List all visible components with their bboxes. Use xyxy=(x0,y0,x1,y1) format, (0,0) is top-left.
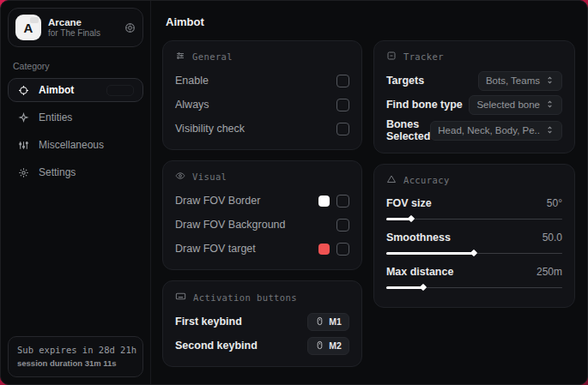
subscription-card: Sub expires in 28d 21h session duration … xyxy=(8,336,143,377)
card-title: Tracker xyxy=(403,51,444,62)
setting-row: Targets Bots, Teams xyxy=(386,70,562,91)
accuracy-card: Accuracy FOV size 50° xyxy=(373,164,575,308)
fov-target-color-swatch[interactable] xyxy=(318,244,330,255)
eye-icon xyxy=(175,171,185,183)
enable-checkbox[interactable] xyxy=(336,75,349,87)
setting-row: Draw FOV Border xyxy=(175,190,349,211)
bones-selected-dropdown[interactable]: Head, Neck, Body, Pe.. xyxy=(430,121,562,141)
setting-row: Enable xyxy=(175,70,349,91)
sub-expiry-text: Sub expires in 28d 21h xyxy=(17,344,134,358)
fov-border-color-swatch[interactable] xyxy=(318,196,330,207)
sidebar-item-label: Miscellaneous xyxy=(39,139,104,151)
dropdown-value: Bots, Teams xyxy=(486,75,540,86)
slider-handle[interactable] xyxy=(386,252,475,255)
setting-label: Targets xyxy=(386,75,424,87)
app-name: Arcane xyxy=(48,16,118,28)
setting-label: Find bone type xyxy=(386,99,463,111)
always-checkbox[interactable] xyxy=(336,99,349,111)
ghost-keybind-slot xyxy=(106,85,134,96)
setting-label: Max distance xyxy=(386,266,454,278)
setting-label: Smoothness xyxy=(386,232,451,244)
app-subtitle: for The Finals xyxy=(48,28,118,39)
setting-label: Draw FOV Border xyxy=(175,195,260,207)
crosshair-icon xyxy=(17,85,30,96)
setting-label: Draw FOV Background xyxy=(175,219,286,231)
setting-label: FOV size xyxy=(386,197,432,209)
app-logo: A xyxy=(15,15,41,40)
card-title: Visual xyxy=(192,171,227,182)
setting-row: First keybind M1 xyxy=(175,311,349,332)
session-duration-text: session duration 31m 11s xyxy=(17,358,134,370)
smoothness-value: 50.0 xyxy=(543,232,562,244)
setting-label: Second keybind xyxy=(175,340,258,352)
setting-label: Visibility check xyxy=(175,123,245,135)
keybind-value: M2 xyxy=(329,340,342,351)
setting-label: Enable xyxy=(175,75,209,87)
tracker-card: Tracker Targets Bots, Teams xyxy=(373,40,575,153)
setting-row: Second keybind M2 xyxy=(175,335,349,356)
app-meta: Arcane for The Finals xyxy=(48,16,118,39)
slider-handle[interactable] xyxy=(386,286,423,289)
fov-size-slider[interactable] xyxy=(386,214,562,223)
setting-row: Bones Selected Head, Neck, Body, Pe.. xyxy=(386,118,562,142)
slider-row: FOV size 50° xyxy=(386,194,562,223)
dropdown-value: Head, Neck, Body, Pe.. xyxy=(438,125,540,135)
sparkle-icon xyxy=(17,112,30,123)
sidebar-item-settings[interactable]: Settings xyxy=(8,160,143,184)
setting-label: Bones Selected xyxy=(386,118,430,142)
main-content: Aimbot General Enable xyxy=(151,1,587,384)
visibility-check-checkbox[interactable] xyxy=(336,123,349,135)
fov-size-value: 50° xyxy=(547,197,562,209)
second-keybind-button[interactable]: M2 xyxy=(307,337,349,355)
setting-row: Always xyxy=(175,94,349,115)
card-title: General xyxy=(192,51,233,62)
setting-row: Visibility check xyxy=(175,118,349,139)
app-window: A Arcane for The Finals Category xyxy=(0,0,588,385)
setting-label: Always xyxy=(175,99,209,111)
chevrons-up-down-icon xyxy=(545,75,555,87)
slider-handle[interactable] xyxy=(386,218,411,220)
page-title: Aimbot xyxy=(166,15,575,28)
keyboard-icon xyxy=(175,291,186,304)
sidebar-item-label: Settings xyxy=(39,166,76,178)
sidebar: A Arcane for The Finals Category xyxy=(1,1,151,384)
scan-box-icon xyxy=(386,51,397,63)
category-label: Category xyxy=(13,61,143,71)
app-logo-letter: A xyxy=(24,21,33,35)
general-card: General Enable Always Visibility check xyxy=(162,40,362,150)
first-keybind-button[interactable]: M1 xyxy=(307,313,349,331)
sidebar-item-label: Entities xyxy=(39,111,72,123)
sliders-horizontal-icon xyxy=(175,51,185,63)
lifebuoy-icon[interactable] xyxy=(124,22,136,33)
setting-row: Draw FOV target xyxy=(175,238,349,259)
triangle-icon xyxy=(386,174,397,186)
setting-label: First keybind xyxy=(175,316,242,328)
fov-background-checkbox[interactable] xyxy=(336,219,349,232)
slider-row: Smoothness 50.0 xyxy=(386,228,562,257)
find-bone-type-dropdown[interactable]: Selected bone xyxy=(469,95,562,115)
keybind-value: M1 xyxy=(329,316,342,327)
max-distance-value: 250m xyxy=(536,266,562,278)
sidebar-item-miscellaneous[interactable]: Miscellaneous xyxy=(8,133,143,157)
mouse-icon xyxy=(315,316,324,328)
visual-card: Visual Draw FOV Border Draw FOV Backgrou… xyxy=(162,160,362,270)
sidebar-item-entities[interactable]: Entities xyxy=(8,105,143,129)
mouse-icon xyxy=(315,340,324,352)
targets-dropdown[interactable]: Bots, Teams xyxy=(478,71,562,91)
max-distance-slider[interactable] xyxy=(386,283,562,292)
dropdown-value: Selected bone xyxy=(476,99,540,110)
fov-border-checkbox[interactable] xyxy=(336,195,349,208)
app-header-card: A Arcane for The Finals xyxy=(8,8,143,47)
card-title: Activation buttons xyxy=(193,292,297,303)
slider-row: Max distance 250m xyxy=(386,262,562,292)
fov-target-checkbox[interactable] xyxy=(336,243,349,256)
chevrons-up-down-icon xyxy=(545,99,555,111)
sidebar-item-label: Aimbot xyxy=(39,84,74,96)
chevrons-up-down-icon xyxy=(545,125,555,136)
sidebar-item-aimbot[interactable]: Aimbot xyxy=(8,78,143,102)
sliders-vertical-icon xyxy=(17,140,30,151)
sidebar-nav: Aimbot Entities Miscellaneou xyxy=(8,78,143,184)
smoothness-slider[interactable] xyxy=(386,249,562,257)
card-title: Accuracy xyxy=(403,175,450,185)
setting-row: Draw FOV Background xyxy=(175,214,349,235)
